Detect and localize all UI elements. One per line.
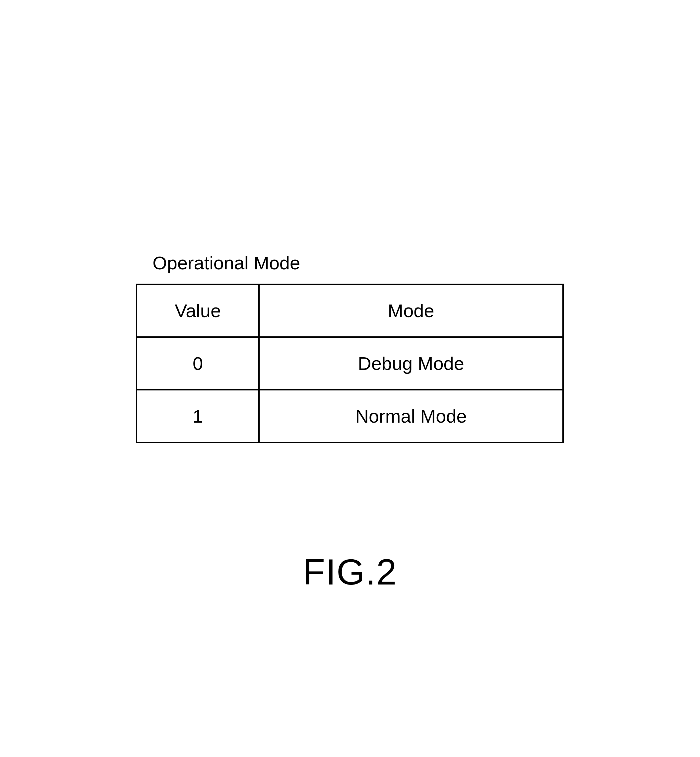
header-value: Value <box>137 284 259 337</box>
table-row: 0 Debug Mode <box>137 337 563 390</box>
figure-label: FIG.2 <box>0 551 700 593</box>
table-title: Operational Mode <box>153 252 564 274</box>
table-row: 1 Normal Mode <box>137 390 563 443</box>
cell-mode: Debug Mode <box>259 337 563 390</box>
operational-mode-table: Value Mode 0 Debug Mode 1 Normal Mode <box>136 284 564 443</box>
cell-mode: Normal Mode <box>259 390 563 443</box>
header-mode: Mode <box>259 284 563 337</box>
cell-value: 1 <box>137 390 259 443</box>
cell-value: 0 <box>137 337 259 390</box>
table-header-row: Value Mode <box>137 284 563 337</box>
table-section: Operational Mode Value Mode 0 Debug Mode… <box>136 252 564 443</box>
